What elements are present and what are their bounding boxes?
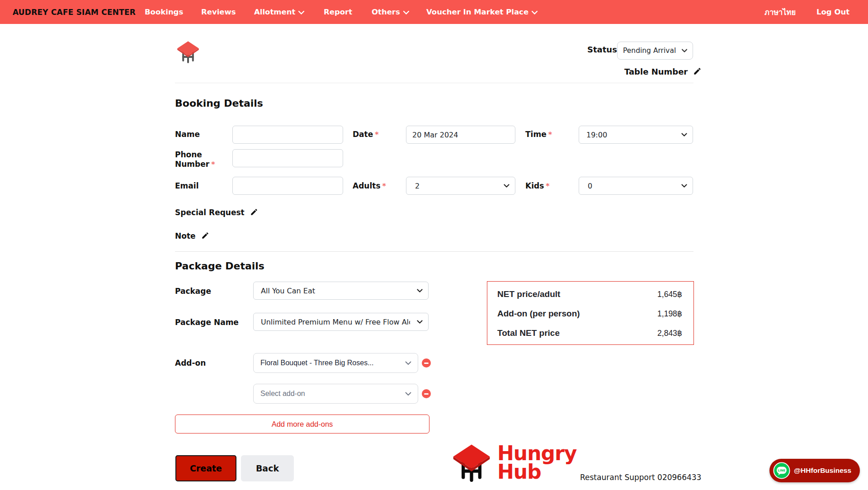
- nav-item-label: Log Out: [816, 8, 849, 16]
- phone-label: Phone Number*: [175, 150, 215, 169]
- nav-item-label: Reviews: [201, 8, 236, 16]
- adults-label-row: Adults*: [353, 181, 386, 190]
- line-badge-handle: @HHforBusiness: [794, 466, 851, 475]
- chevron-down-icon: [417, 320, 423, 324]
- price-value: 1,198฿: [657, 309, 682, 319]
- price-row: Add-on (per person) 1,198฿: [497, 309, 682, 319]
- name-label: Name: [175, 130, 200, 139]
- hungryhub-wordmark: Hungry Hub: [497, 444, 576, 481]
- kids-label-row: Kids*: [525, 181, 550, 190]
- restaurant-support-text: Restaurant Support 020966433: [580, 473, 701, 482]
- phone-input[interactable]: [232, 149, 343, 167]
- line-contact-badge[interactable]: LINE @HHforBusiness: [769, 459, 860, 482]
- addon-select-1[interactable]: Floral Bouquet - Three Big Roses...: [253, 353, 418, 373]
- adults-label: Adults: [353, 181, 381, 190]
- chevron-down-icon: [405, 392, 411, 396]
- chevron-down-icon: [682, 49, 687, 52]
- hungryhub-logo-icon: [451, 442, 492, 482]
- create-button[interactable]: Create: [175, 455, 236, 481]
- package-name-select[interactable]: Unlimited Premium Menu w/ Free Flow Alco: [253, 313, 429, 331]
- time-value: 19:00: [586, 131, 607, 139]
- kids-select[interactable]: 0: [579, 177, 693, 195]
- special-request-row: Special Request: [175, 208, 258, 217]
- email-label: Email: [175, 181, 198, 190]
- required-asterisk: *: [211, 160, 215, 169]
- price-value: 1,645฿: [657, 290, 682, 299]
- date-input[interactable]: [406, 126, 515, 144]
- chevron-down-icon: [403, 11, 409, 14]
- status-value: Pending Arrival: [623, 47, 676, 55]
- hungryhub-wordmark-line2: Hub: [497, 462, 576, 481]
- package-select[interactable]: All You Can Eat: [253, 282, 429, 300]
- addon-placeholder: Select add-on: [260, 390, 305, 398]
- nav-item-bookings[interactable]: Bookings: [145, 0, 183, 24]
- addon-select-2[interactable]: Select add-on: [253, 384, 418, 404]
- back-button[interactable]: Back: [241, 455, 294, 481]
- nav-item-label: ภาษาไทย: [764, 6, 796, 18]
- name-input[interactable]: [232, 126, 343, 144]
- required-asterisk: *: [382, 182, 386, 190]
- kids-label: Kids: [525, 181, 544, 190]
- hungryhub-stool-logo: [176, 40, 200, 63]
- adults-select[interactable]: 2: [406, 177, 515, 195]
- table-number-row: Table Number: [624, 67, 702, 76]
- remove-addon-button[interactable]: [422, 358, 431, 368]
- required-asterisk: *: [546, 182, 549, 190]
- top-nav-bar: AUDREY CAFE SIAM CENTER Bookings Reviews…: [0, 0, 868, 24]
- chevron-down-icon: [681, 184, 687, 188]
- price-row: Total NET price 2,843฿: [497, 328, 682, 338]
- nav-item-others[interactable]: Others: [372, 0, 409, 24]
- nav-item-allotment[interactable]: Allotment: [254, 0, 304, 24]
- nav-item-thai-language[interactable]: ภาษาไทย: [764, 0, 796, 24]
- restaurant-name: AUDREY CAFE SIAM CENTER: [13, 0, 136, 24]
- nav-item-reviews[interactable]: Reviews: [201, 0, 236, 24]
- status-select[interactable]: Pending Arrival: [617, 42, 693, 60]
- nav-item-voucher-marketplace[interactable]: Voucher In Market Place: [426, 0, 538, 24]
- header-divider: [175, 83, 693, 83]
- package-value: All You Can Eat: [261, 287, 315, 295]
- edit-pencil-icon[interactable]: [250, 208, 258, 216]
- nav-item-label: Allotment: [254, 8, 295, 16]
- chevron-down-icon: [298, 11, 304, 14]
- svg-text:LINE: LINE: [778, 469, 786, 472]
- package-label: Package: [175, 287, 211, 296]
- addon-label: Add-on: [175, 358, 206, 368]
- price-row: NET price/adult 1,645฿: [497, 289, 682, 299]
- chevron-down-icon: [417, 289, 423, 292]
- time-select[interactable]: 19:00: [579, 126, 693, 144]
- status-label: Status: [587, 45, 617, 54]
- add-more-addons-button[interactable]: Add more add-ons: [175, 415, 429, 433]
- adults-value: 2: [415, 182, 420, 190]
- date-label-row: Date*: [353, 130, 379, 139]
- section-divider: [175, 251, 693, 252]
- time-label-row: Time*: [525, 130, 552, 139]
- booking-edit-page: AUDREY CAFE SIAM CENTER Bookings Reviews…: [0, 0, 868, 490]
- nav-item-label: Report: [324, 8, 352, 16]
- phone-label-line1: Phone: [175, 150, 202, 159]
- chevron-down-icon: [504, 184, 509, 188]
- package-name-value: Unlimited Premium Menu w/ Free Flow Alco: [261, 318, 410, 326]
- nav-item-logout[interactable]: Log Out: [816, 0, 849, 24]
- package-details-title: Package Details: [175, 260, 264, 272]
- email-input[interactable]: [232, 177, 343, 195]
- nav-item-label: Voucher In Market Place: [426, 8, 528, 16]
- remove-addon-button[interactable]: [422, 389, 431, 398]
- price-label: Total NET price: [497, 328, 560, 338]
- price-value: 2,843฿: [657, 329, 682, 338]
- date-label: Date: [353, 130, 373, 139]
- nav-item-label: Others: [372, 8, 400, 16]
- note-label: Note: [175, 231, 196, 240]
- chevron-down-icon: [532, 11, 538, 14]
- nav-item-report[interactable]: Report: [324, 0, 352, 24]
- table-number-label: Table Number: [624, 67, 688, 76]
- edit-pencil-icon[interactable]: [201, 231, 209, 240]
- net-price-summary-box: NET price/adult 1,645฿ Add-on (per perso…: [487, 281, 694, 345]
- chevron-down-icon: [681, 133, 687, 137]
- line-app-icon: LINE: [773, 462, 790, 479]
- addon-value: Floral Bouquet - Three Big Roses...: [260, 359, 374, 367]
- booking-details-title: Booking Details: [175, 98, 263, 109]
- price-label: NET price/adult: [497, 289, 560, 299]
- edit-pencil-icon[interactable]: [693, 67, 702, 75]
- nav-item-label: Bookings: [145, 8, 183, 16]
- time-label: Time: [525, 130, 547, 139]
